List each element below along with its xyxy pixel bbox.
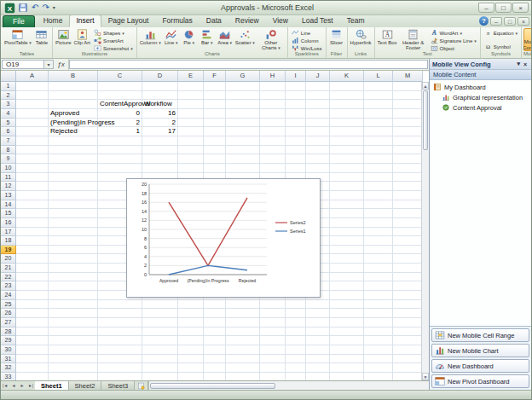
win-loss-button[interactable]: Win/Loss xyxy=(290,44,324,51)
column-header-C[interactable]: C xyxy=(98,71,142,82)
cell-M18[interactable] xyxy=(393,236,423,246)
cell-J5[interactable] xyxy=(306,119,330,128)
cell-J7[interactable] xyxy=(306,136,330,146)
cell-H30[interactable] xyxy=(260,345,286,355)
cell-E3[interactable] xyxy=(178,100,204,109)
row-header-18[interactable]: 18 xyxy=(1,236,16,246)
row-header-8[interactable]: 8 xyxy=(1,146,16,155)
cell-K21[interactable] xyxy=(330,264,364,273)
row-header-22[interactable]: 22 xyxy=(1,273,16,282)
cell-A7[interactable] xyxy=(16,136,49,146)
cell-L30[interactable] xyxy=(364,345,393,355)
column-header-L[interactable]: L xyxy=(364,71,393,82)
pane-close-icon[interactable]: × xyxy=(522,61,529,67)
cell-H25[interactable] xyxy=(260,300,286,310)
cell-B25[interactable] xyxy=(49,300,98,310)
cell-F30[interactable] xyxy=(204,345,226,355)
cell-D26[interactable] xyxy=(142,309,178,318)
pie-button[interactable]: Pie ▾ xyxy=(181,28,198,51)
cell-M31[interactable] xyxy=(393,355,423,364)
cell-G1[interactable] xyxy=(226,82,260,91)
select-all-corner[interactable] xyxy=(1,71,16,82)
row-header-19[interactable]: 19 xyxy=(1,246,16,255)
row-header-15[interactable]: 15 xyxy=(1,209,16,218)
cell-C5[interactable]: 2 xyxy=(98,119,142,128)
cell-F26[interactable] xyxy=(204,309,226,318)
cell-B28[interactable] xyxy=(49,328,98,337)
cell-L29[interactable] xyxy=(364,336,393,345)
row-header-23[interactable]: 23 xyxy=(1,281,16,291)
cell-G32[interactable] xyxy=(226,363,260,373)
cell-F25[interactable] xyxy=(204,300,226,310)
cell-E2[interactable] xyxy=(178,91,204,101)
cell-L19[interactable] xyxy=(364,246,393,255)
cell-M7[interactable] xyxy=(393,136,423,146)
redo-button[interactable]: ↷ xyxy=(41,3,49,13)
cell-B22[interactable] xyxy=(49,273,98,282)
cell-D10[interactable] xyxy=(142,164,178,173)
row-header-3[interactable]: 3 xyxy=(1,100,16,109)
cell-M25[interactable] xyxy=(393,300,423,310)
cell-J33[interactable] xyxy=(306,373,330,380)
cell-B21[interactable] xyxy=(49,264,98,273)
cell-A29[interactable] xyxy=(16,336,49,345)
workbook-close-button[interactable]: × xyxy=(518,17,529,26)
cell-E31[interactable] xyxy=(178,355,204,364)
cell-B2[interactable] xyxy=(49,91,98,101)
column-button[interactable]: Column xyxy=(290,37,324,44)
cell-J1[interactable] xyxy=(306,82,330,91)
cell-A4[interactable] xyxy=(16,109,49,119)
cell-F5[interactable] xyxy=(204,119,226,128)
tab-data[interactable]: Data xyxy=(200,14,228,27)
cell-A18[interactable] xyxy=(16,236,49,246)
cell-K15[interactable] xyxy=(330,209,364,218)
column-button[interactable]: Column ▾ xyxy=(139,28,162,51)
symbol-button[interactable]: ΩSymbol xyxy=(483,43,519,50)
cell-B1[interactable] xyxy=(49,82,98,91)
cell-E26[interactable] xyxy=(178,309,204,318)
cell-L7[interactable] xyxy=(364,136,393,146)
cell-M15[interactable] xyxy=(393,209,423,218)
formula-input[interactable] xyxy=(69,60,428,69)
cell-J29[interactable] xyxy=(306,336,330,345)
cell-M16[interactable] xyxy=(393,218,423,228)
cell-B26[interactable] xyxy=(49,309,98,318)
cell-M9[interactable] xyxy=(393,154,423,164)
cell-M4[interactable] xyxy=(393,109,423,119)
cell-L15[interactable] xyxy=(364,209,393,218)
cell-M23[interactable] xyxy=(393,281,423,291)
sheet-tab-sheet2[interactable]: Sheet2 xyxy=(69,381,102,390)
cell-M24[interactable] xyxy=(393,291,423,300)
cell-I5[interactable] xyxy=(286,119,306,128)
save-button[interactable] xyxy=(17,2,29,14)
cell-L9[interactable] xyxy=(364,154,393,164)
cell-F29[interactable] xyxy=(204,336,226,345)
cell-E8[interactable] xyxy=(178,146,204,155)
cell-C28[interactable] xyxy=(98,328,142,337)
cell-L8[interactable] xyxy=(364,146,393,155)
equation-button[interactable]: πEquation▾ xyxy=(483,29,519,37)
wordart-button[interactable]: AWordArt▾ xyxy=(429,29,478,37)
cell-G31[interactable] xyxy=(226,355,260,364)
workbook-minimize-button[interactable]: – xyxy=(490,17,502,26)
cell-C25[interactable] xyxy=(98,300,142,310)
cell-I9[interactable] xyxy=(286,154,306,164)
cell-J27[interactable] xyxy=(306,318,330,328)
undo-button[interactable]: ↶ xyxy=(31,3,39,13)
column-header-G[interactable]: G xyxy=(226,71,260,82)
row-header-32[interactable]: 32 xyxy=(1,363,16,373)
cell-D30[interactable] xyxy=(142,345,178,355)
cell-B8[interactable] xyxy=(49,146,98,155)
cell-G7[interactable] xyxy=(226,136,260,146)
cell-L3[interactable] xyxy=(364,100,393,109)
cell-M14[interactable] xyxy=(393,200,423,210)
cell-A28[interactable] xyxy=(16,328,49,337)
cell-K30[interactable] xyxy=(330,345,364,355)
cell-I4[interactable] xyxy=(286,109,306,119)
cell-E27[interactable] xyxy=(178,318,204,328)
cell-H26[interactable] xyxy=(260,309,286,318)
cell-F4[interactable] xyxy=(204,109,226,119)
cell-L27[interactable] xyxy=(364,318,393,328)
row-header-24[interactable]: 24 xyxy=(1,291,16,300)
cell-A16[interactable] xyxy=(16,218,49,228)
